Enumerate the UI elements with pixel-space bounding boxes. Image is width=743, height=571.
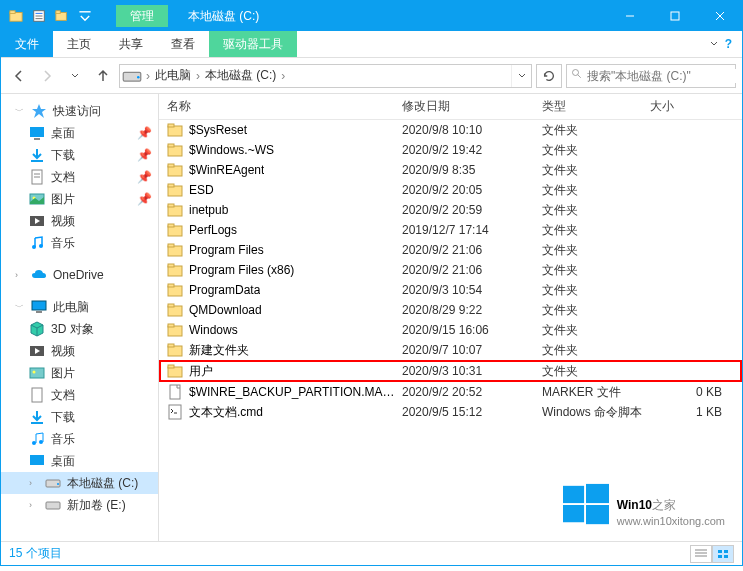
sidebar-item-3d[interactable]: 3D 对象 (1, 318, 158, 340)
sidebar-item-videos[interactable]: 视频 (1, 210, 158, 232)
tab-share[interactable]: 共享 (105, 31, 157, 57)
ribbon-tabs: 文件 主页 共享 查看 驱动器工具 ? (1, 31, 742, 58)
col-size[interactable]: 大小 (650, 98, 742, 115)
svg-point-14 (137, 76, 140, 79)
file-list[interactable]: $SysReset2020/9/8 10:10文件夹$Windows.~WS20… (159, 120, 742, 541)
col-name[interactable]: 名称 (167, 98, 402, 115)
file-type: 文件夹 (542, 262, 650, 279)
file-row[interactable]: $WinREAgent2020/9/9 8:35文件夹 (159, 160, 742, 180)
file-row[interactable]: inetpub2020/9/2 20:59文件夹 (159, 200, 742, 220)
sidebar-label: 此电脑 (53, 299, 89, 316)
cloud-icon (31, 267, 47, 283)
refresh-button[interactable] (536, 64, 562, 88)
downloads-icon (29, 409, 45, 425)
sidebar-item-onedrive[interactable]: ›OneDrive (1, 264, 158, 286)
sidebar-item-music2[interactable]: 音乐 (1, 428, 158, 450)
sidebar-item-music[interactable]: 音乐 (1, 232, 158, 254)
chevron-right-icon[interactable]: › (144, 69, 152, 83)
tab-view[interactable]: 查看 (157, 31, 209, 57)
music-icon (29, 431, 45, 447)
chevron-right-icon[interactable]: › (279, 69, 287, 83)
tab-drive-tools[interactable]: 驱动器工具 (209, 31, 297, 57)
properties-icon[interactable] (28, 5, 50, 27)
explorer-icon[interactable] (5, 5, 27, 27)
sidebar-item-downloads2[interactable]: 下载 (1, 406, 158, 428)
sidebar-item-quick[interactable]: ﹀快速访问 (1, 100, 158, 122)
pc-icon (31, 299, 47, 315)
sidebar-item-downloads[interactable]: 下载📌 (1, 144, 158, 166)
svg-rect-69 (169, 405, 181, 419)
file-row[interactable]: $SysReset2020/9/8 10:10文件夹 (159, 120, 742, 140)
breadcrumb-pc[interactable]: 此电脑 (152, 67, 194, 84)
manage-context-tab[interactable]: 管理 (116, 5, 168, 27)
folder-icon (167, 282, 183, 298)
sidebar-item-pictures[interactable]: 图片📌 (1, 188, 158, 210)
forward-button[interactable] (35, 64, 59, 88)
col-type[interactable]: 类型 (542, 98, 650, 115)
file-row[interactable]: Program Files2020/9/2 21:06文件夹 (159, 240, 742, 260)
address-bar[interactable]: › 此电脑 › 本地磁盘 (C:) › (119, 64, 532, 88)
sidebar-item-pictures2[interactable]: 图片 (1, 362, 158, 384)
tab-file[interactable]: 文件 (1, 31, 53, 57)
sidebar-item-desktop2[interactable]: 桌面 (1, 450, 158, 472)
sidebar-item-desktop[interactable]: 桌面📌 (1, 122, 158, 144)
file-row[interactable]: 文本文档.cmd2020/9/5 15:12Windows 命令脚本1 KB (159, 402, 742, 422)
svg-rect-61 (168, 304, 174, 307)
file-row[interactable]: 用户2020/9/3 10:31文件夹 (159, 360, 742, 382)
file-row[interactable]: PerfLogs2019/12/7 17:14文件夹 (159, 220, 742, 240)
chevron-right-icon[interactable]: › (194, 69, 202, 83)
file-row[interactable]: $WINRE_BACKUP_PARTITION.MARKER2020/9/2 2… (159, 382, 742, 402)
svg-point-40 (57, 483, 59, 485)
file-row[interactable]: Windows2020/9/15 16:06文件夹 (159, 320, 742, 340)
file-name: Program Files (189, 243, 264, 257)
ribbon-expand-icon[interactable] (709, 37, 719, 51)
svg-rect-65 (168, 344, 174, 347)
tab-home[interactable]: 主页 (53, 31, 105, 57)
star-icon (31, 103, 47, 119)
svg-rect-76 (718, 555, 722, 558)
file-row[interactable]: Program Files (x86)2020/9/2 21:06文件夹 (159, 260, 742, 280)
nav-sidebar: ﹀快速访问 桌面📌 下载📌 文档📌 图片📌 视频 音乐 ›OneDrive ﹀此… (1, 94, 159, 541)
file-row[interactable]: QMDownload2020/8/29 9:22文件夹 (159, 300, 742, 320)
view-details-button[interactable] (690, 545, 712, 563)
folder-icon (167, 242, 183, 258)
svg-rect-7 (56, 11, 60, 14)
back-button[interactable] (7, 64, 31, 88)
minimize-button[interactable] (607, 1, 652, 31)
recent-dropdown-icon[interactable] (63, 64, 87, 88)
col-date[interactable]: 修改日期 (402, 98, 542, 115)
sidebar-label: 新加卷 (E:) (67, 497, 126, 514)
item-count: 15 个项目 (9, 545, 62, 562)
sidebar-item-thispc[interactable]: ﹀此电脑 (1, 296, 158, 318)
sidebar-item-documents[interactable]: 文档📌 (1, 166, 158, 188)
maximize-button[interactable] (652, 1, 697, 31)
file-row[interactable]: ESD2020/9/2 20:05文件夹 (159, 180, 742, 200)
svg-rect-38 (30, 455, 44, 465)
desktop-icon (29, 453, 45, 469)
sidebar-item-videos2[interactable]: 视频 (1, 340, 158, 362)
qat-dropdown-icon[interactable] (74, 5, 96, 27)
help-icon[interactable]: ? (725, 37, 732, 51)
new-folder-icon[interactable] (51, 5, 73, 27)
up-button[interactable] (91, 64, 115, 88)
sidebar-label: 图片 (51, 365, 75, 382)
search-box[interactable] (566, 64, 736, 88)
close-button[interactable] (697, 1, 742, 31)
file-row[interactable]: 新建文件夹2020/9/7 10:07文件夹 (159, 340, 742, 360)
file-row[interactable]: ProgramData2020/9/3 10:54文件夹 (159, 280, 742, 300)
file-size: 0 KB (650, 385, 742, 399)
file-date: 2020/9/3 10:54 (402, 283, 542, 297)
breadcrumb-drive[interactable]: 本地磁盘 (C:) (202, 67, 279, 84)
svg-rect-77 (724, 555, 728, 558)
sidebar-item-newvol-e[interactable]: ›新加卷 (E:) (1, 494, 158, 516)
search-input[interactable] (587, 69, 737, 83)
sidebar-item-local-c[interactable]: ›本地磁盘 (C:) (1, 472, 158, 494)
sidebar-item-documents2[interactable]: 文档 (1, 384, 158, 406)
file-date: 2020/8/29 9:22 (402, 303, 542, 317)
file-row[interactable]: $Windows.~WS2020/9/2 19:42文件夹 (159, 140, 742, 160)
view-icons-button[interactable] (712, 545, 734, 563)
file-type: 文件夹 (542, 322, 650, 339)
address-dropdown-icon[interactable] (511, 65, 531, 87)
file-name: inetpub (189, 203, 228, 217)
sidebar-label: 视频 (51, 343, 75, 360)
